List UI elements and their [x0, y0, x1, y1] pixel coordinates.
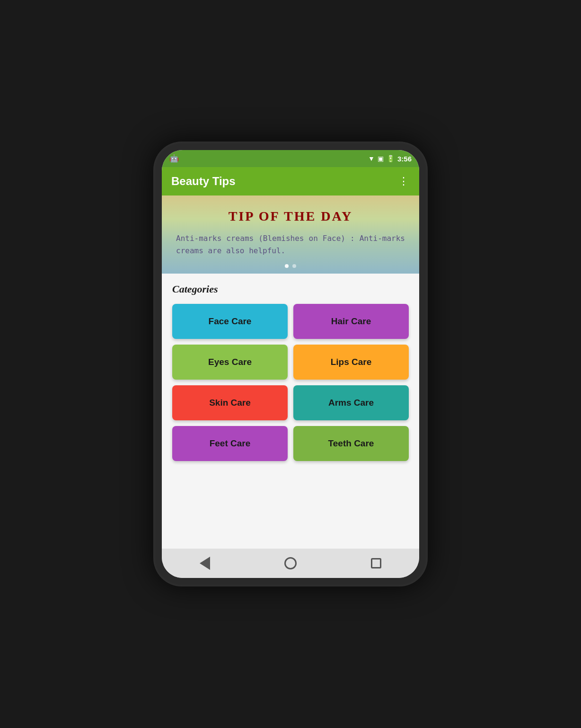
teeth-care-button[interactable]: Teeth Care [293, 426, 409, 461]
nav-bar [162, 549, 419, 578]
status-bar-left: 🤖 [169, 154, 179, 163]
recents-icon [371, 558, 381, 568]
categories-title: Categories [172, 283, 409, 295]
tip-text: Anti-marks creams (Blemishes on Face) : … [176, 232, 405, 257]
status-bar-right: ▼ ▣ 🔋 3:56 [368, 155, 412, 163]
dot-1 [285, 264, 289, 268]
back-button[interactable] [193, 551, 217, 575]
phone-screen: 🤖 ▼ ▣ 🔋 3:56 Beauty Tips ⋮ TIP OF THE DA… [162, 150, 419, 578]
categories-section: Categories Face Care Hair Care Eyes Care… [162, 274, 419, 549]
tip-banner: TIP OF THE DAY Anti-marks creams (Blemis… [162, 195, 419, 274]
home-icon [284, 557, 297, 569]
hair-care-button[interactable]: Hair Care [293, 304, 409, 339]
battery-icon: 🔋 [387, 155, 395, 162]
status-bar: 🤖 ▼ ▣ 🔋 3:56 [162, 150, 419, 167]
app-bar: Beauty Tips ⋮ [162, 167, 419, 195]
wifi-icon: ▼ [368, 155, 375, 162]
lips-care-button[interactable]: Lips Care [293, 345, 409, 380]
recents-button[interactable] [364, 551, 388, 575]
feet-care-button[interactable]: Feet Care [172, 426, 288, 461]
categories-grid: Face Care Hair Care Eyes Care Lips Care … [172, 304, 409, 461]
phone-frame: 🤖 ▼ ▣ 🔋 3:56 Beauty Tips ⋮ TIP OF THE DA… [153, 142, 428, 586]
status-time: 3:56 [397, 155, 412, 163]
signal-icon: ▣ [378, 155, 384, 162]
arms-care-button[interactable]: Arms Care [293, 385, 409, 420]
dot-2 [292, 264, 296, 268]
banner-dots [285, 264, 296, 268]
back-icon [200, 557, 210, 570]
app-title: Beauty Tips [171, 175, 236, 188]
more-options-icon[interactable]: ⋮ [398, 175, 410, 187]
face-care-button[interactable]: Face Care [172, 304, 288, 339]
android-icon: 🤖 [169, 154, 179, 163]
skin-care-button[interactable]: Skin Care [172, 385, 288, 420]
home-button[interactable] [279, 551, 302, 575]
tip-title: TIP OF THE DAY [176, 209, 405, 224]
eyes-care-button[interactable]: Eyes Care [172, 345, 288, 380]
